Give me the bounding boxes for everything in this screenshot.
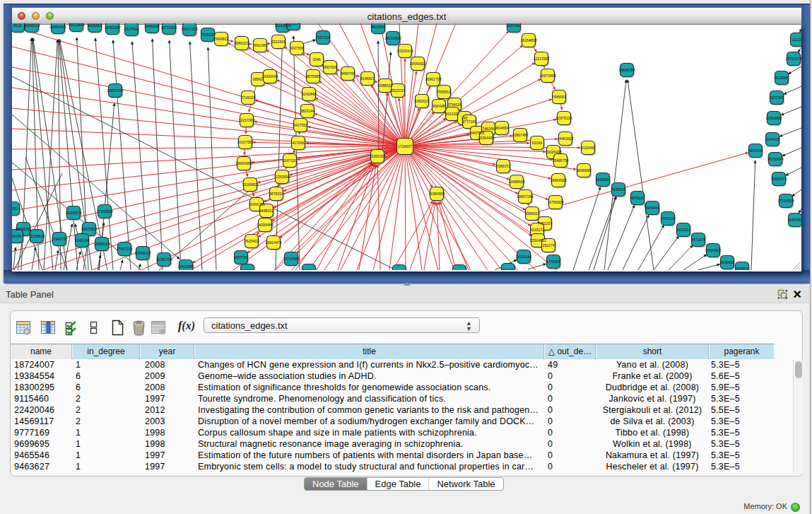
svg-text:62160: 62160 <box>532 141 543 145</box>
svg-text:10719155: 10719155 <box>160 25 177 30</box>
svg-text:10653287: 10653287 <box>104 25 120 30</box>
svg-text:9227343: 9227343 <box>770 95 784 100</box>
svg-text:10688609: 10688609 <box>508 180 524 184</box>
svg-text:964012: 964012 <box>241 269 253 270</box>
svg-text:3824554: 3824554 <box>495 126 509 130</box>
svg-text:10756928: 10756928 <box>547 200 563 204</box>
svg-text:1527602: 1527602 <box>124 27 139 31</box>
svg-text:9129966: 9129966 <box>775 76 789 80</box>
svg-text:16210643: 16210643 <box>767 157 783 161</box>
svg-text:891295: 891295 <box>254 43 266 47</box>
svg-text:1640954: 1640954 <box>596 177 610 182</box>
svg-text:771205: 771205 <box>502 268 514 270</box>
svg-text:20206576: 20206576 <box>65 211 81 215</box>
svg-text:6794028: 6794028 <box>447 103 461 107</box>
svg-text:252274: 252274 <box>542 243 554 247</box>
svg-text:990448: 990448 <box>433 104 445 108</box>
svg-text:8471676: 8471676 <box>691 238 705 242</box>
svg-text:10025438: 10025438 <box>545 150 561 154</box>
svg-text:6497568: 6497568 <box>470 131 484 135</box>
svg-text:7485003: 7485003 <box>552 95 566 99</box>
svg-text:1546: 1546 <box>312 57 321 62</box>
svg-text:417006: 417006 <box>292 141 304 145</box>
svg-text:9115460: 9115460 <box>581 146 595 150</box>
svg-text:16671355: 16671355 <box>181 27 197 31</box>
svg-text:1615172: 1615172 <box>530 228 544 232</box>
svg-text:10107552: 10107552 <box>237 140 253 144</box>
svg-text:17957225: 17957225 <box>116 247 132 251</box>
svg-text:3267130: 3267130 <box>283 158 297 163</box>
svg-text:6879197: 6879197 <box>630 196 645 200</box>
svg-text:1362615: 1362615 <box>415 99 429 103</box>
svg-text:924501: 924501 <box>736 267 748 270</box>
svg-text:12342737: 12342737 <box>51 237 67 241</box>
svg-text:10046766: 10046766 <box>248 202 264 206</box>
svg-text:11156829: 11156829 <box>29 234 45 238</box>
svg-text:7357224: 7357224 <box>316 35 330 40</box>
svg-text:1733426: 1733426 <box>546 259 560 264</box>
svg-text:14055724: 14055724 <box>23 23 40 28</box>
svg-text:123001: 123001 <box>302 269 314 270</box>
svg-text:16914479: 16914479 <box>265 240 281 245</box>
svg-text:9777169: 9777169 <box>462 119 476 124</box>
svg-text:81930: 81930 <box>12 206 18 211</box>
svg-text:2087682: 2087682 <box>507 23 521 28</box>
svg-text:16033809: 16033809 <box>68 23 84 27</box>
svg-text:9146821: 9146821 <box>360 76 375 81</box>
svg-text:12505115: 12505115 <box>94 242 110 246</box>
svg-text:3875685: 3875685 <box>306 74 320 78</box>
svg-text:1588520: 1588520 <box>378 83 392 88</box>
svg-text:13718485: 13718485 <box>283 257 299 261</box>
svg-text:17016504: 17016504 <box>777 199 794 203</box>
svg-text:9427552: 9427552 <box>293 123 307 127</box>
svg-text:8960123: 8960123 <box>235 41 249 45</box>
svg-text:8813054: 8813054 <box>371 25 385 29</box>
svg-text:18807249: 18807249 <box>517 194 533 199</box>
svg-text:19384554: 19384554 <box>428 192 445 196</box>
svg-text:15692971: 15692971 <box>770 177 787 181</box>
svg-text:1724007: 1724007 <box>398 144 412 148</box>
svg-text:14463627: 14463627 <box>557 136 573 141</box>
svg-text:5878334: 5878334 <box>269 192 283 196</box>
svg-text:7386372: 7386372 <box>496 164 510 168</box>
svg-text:19654985: 19654985 <box>235 161 252 165</box>
svg-text:2935114: 2935114 <box>661 216 675 221</box>
svg-text:12213967: 12213967 <box>533 57 549 61</box>
svg-text:19975857: 19975857 <box>81 227 97 231</box>
svg-text:14099489: 14099489 <box>257 223 273 227</box>
svg-text:16640910: 16640910 <box>409 62 425 66</box>
svg-text:13524851: 13524851 <box>529 238 546 243</box>
svg-text:16961758: 16961758 <box>425 77 441 81</box>
svg-text:9605581: 9605581 <box>88 23 102 28</box>
svg-text:15751074: 15751074 <box>785 57 801 61</box>
svg-text:9242848: 9242848 <box>302 92 316 96</box>
svg-text:9474444: 9474444 <box>645 206 659 210</box>
svg-text:5322605: 5322605 <box>271 40 286 44</box>
svg-text:7515526: 7515526 <box>201 33 215 37</box>
svg-text:8215955: 8215955 <box>748 148 763 153</box>
svg-text:8938928: 8938928 <box>611 187 625 192</box>
svg-text:1145194: 1145194 <box>75 238 89 243</box>
svg-text:10807487: 10807487 <box>512 133 528 137</box>
svg-text:7625402: 7625402 <box>245 239 259 243</box>
svg-text:12213369: 12213369 <box>238 118 254 122</box>
svg-text:19166825: 19166825 <box>242 182 258 187</box>
svg-text:1621022: 1621022 <box>445 112 459 116</box>
svg-text:7663822: 7663822 <box>214 37 228 41</box>
svg-text:8813054: 8813054 <box>286 23 300 25</box>
svg-text:16648784: 16648784 <box>618 68 635 72</box>
svg-text:12093822: 12093822 <box>765 116 782 120</box>
svg-text:16154838: 16154838 <box>520 38 536 42</box>
svg-text:8454749: 8454749 <box>341 71 355 76</box>
svg-text:7955812: 7955812 <box>437 90 451 94</box>
svg-text:13325419: 13325419 <box>396 49 413 53</box>
svg-text:20691406: 20691406 <box>49 25 66 29</box>
svg-text:9699695: 9699695 <box>577 168 591 173</box>
svg-text:10958127: 10958127 <box>134 251 151 255</box>
svg-text:3498222: 3498222 <box>259 209 273 213</box>
svg-text:19654923: 19654923 <box>550 178 566 182</box>
svg-text:19218506: 19218506 <box>384 36 401 40</box>
svg-text:15300295: 15300295 <box>369 154 385 158</box>
svg-text:9657791: 9657791 <box>234 255 248 259</box>
svg-text:23420046: 23420046 <box>261 74 278 78</box>
